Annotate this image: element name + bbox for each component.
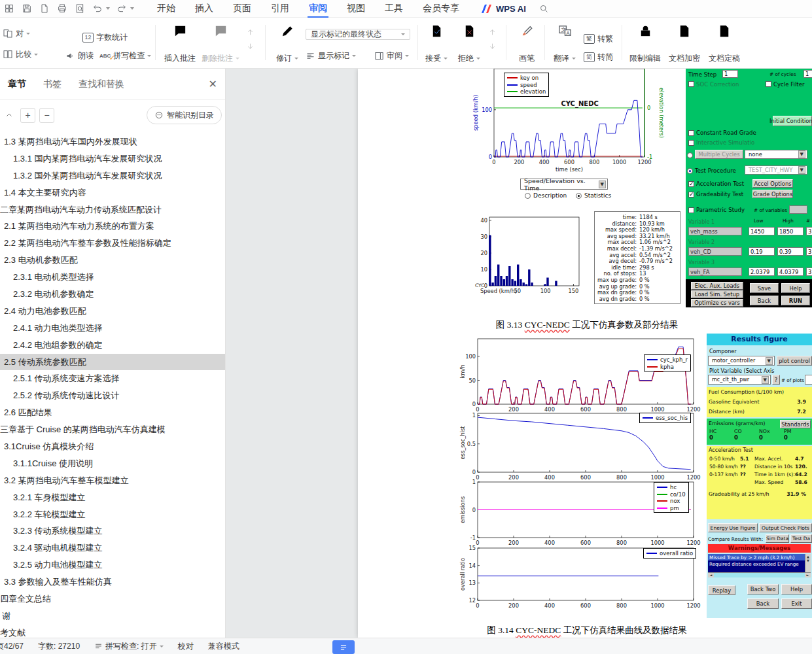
output-check-plots-button[interactable]: Output Check Plots bbox=[759, 523, 812, 532]
toc-item[interactable]: 2.2 某两挡电动汽车整车参数及性能指标确定 bbox=[0, 235, 225, 252]
to-traditional-button[interactable]: 繁 转繁 bbox=[584, 32, 613, 45]
variable-pts-input[interactable]: 3 bbox=[806, 247, 812, 256]
back-two-button[interactable]: Back Two bbox=[747, 584, 779, 594]
track-changes-button[interactable]: 修订 bbox=[272, 24, 302, 64]
toc-item[interactable]: 2.4 动力电池参数匹配 bbox=[0, 303, 225, 320]
menu-tab-插入[interactable]: 插入 bbox=[185, 0, 223, 18]
constant-road-grade-checkbox[interactable] bbox=[688, 130, 694, 136]
description-radio[interactable]: Description bbox=[525, 192, 567, 199]
show-markup-button[interactable]: 显示标记 bbox=[306, 49, 356, 62]
app-menu-button[interactable] bbox=[0, 1, 18, 16]
elec-aux-loads-button[interactable]: Elec. Aux. Loads bbox=[691, 282, 743, 290]
finalize-button[interactable]: 文档定稿 bbox=[705, 24, 743, 64]
collapse-all-button[interactable] bbox=[1, 108, 16, 123]
variable-pts-input[interactable]: 3 bbox=[806, 227, 812, 235]
revision-nav-buttons[interactable] bbox=[488, 28, 497, 50]
compare-doc-button[interactable]: 对 bbox=[3, 27, 30, 40]
sidebar-close-button[interactable]: ✕ bbox=[209, 79, 217, 90]
toc-item[interactable]: 2.5.1 传动系统变速方案选择 bbox=[0, 370, 225, 387]
warning-message[interactable]: Required distance exceeded EV range bbox=[708, 560, 811, 567]
component-dropdown[interactable]: motor_controller▼ bbox=[708, 356, 775, 366]
test-data-button[interactable]: Test Da bbox=[790, 534, 812, 543]
document-page[interactable]: 02004006008001000120001000-1CYC_NEDCtime… bbox=[358, 69, 812, 638]
print-button[interactable] bbox=[53, 1, 71, 16]
wps-ai-button[interactable]: WPS AI bbox=[481, 4, 526, 14]
toc-item[interactable]: 2.1 某两挡电动汽车动力系统的布置方案 bbox=[0, 218, 225, 235]
help-button-results[interactable]: Help bbox=[781, 584, 812, 594]
toc-item[interactable]: 2.3.1 电动机类型选择 bbox=[0, 269, 225, 286]
toc-item[interactable]: 3.2.5 动力电池模型建立 bbox=[0, 557, 225, 574]
statistics-radio[interactable]: Statistics bbox=[576, 192, 611, 199]
spell-check-button[interactable]: ABC✓ 拼写检查 bbox=[99, 49, 151, 62]
statusbar-blue-button[interactable] bbox=[332, 640, 355, 654]
read-aloud-button[interactable]: 朗读 bbox=[65, 49, 94, 62]
num-plots-dropdown[interactable] bbox=[805, 375, 812, 385]
proofread-status[interactable]: 校对 bbox=[178, 641, 194, 652]
variable-field-input[interactable]: veh_FA bbox=[688, 267, 742, 276]
spell-check-status[interactable]: 拼写检查: 打开 bbox=[94, 641, 164, 652]
multiple-cycles-button[interactable]: Multiple Cycles bbox=[695, 150, 743, 159]
plot-variable-dropdown[interactable]: mc_clt_th_pwr▼ bbox=[708, 375, 771, 385]
save-button-advisor[interactable]: Save bbox=[750, 283, 779, 293]
pen-button[interactable]: 画笔 bbox=[512, 24, 542, 64]
smart-toc-button[interactable]: 智能识别目录 bbox=[147, 106, 222, 124]
variable-high-input[interactable]: 0.39 bbox=[777, 247, 803, 256]
delete-comment-button[interactable]: 删除批注 bbox=[202, 24, 239, 64]
reject-button[interactable]: 拒绝 bbox=[454, 24, 484, 64]
output-button[interactable] bbox=[35, 1, 53, 16]
toc-item[interactable]: 1.4 本文主要研究内容 bbox=[0, 184, 225, 201]
sidebar-tab-chapters[interactable]: 章节 bbox=[8, 78, 26, 90]
exit-button[interactable]: Exit bbox=[781, 598, 812, 609]
toc-item[interactable]: 1.3 某两挡电动汽车国内外发展现状 bbox=[0, 133, 225, 150]
run-button[interactable]: RUN bbox=[781, 296, 810, 305]
insert-comment-button[interactable]: 插入批注 bbox=[161, 24, 199, 64]
print-preview-button[interactable] bbox=[71, 1, 88, 16]
toc-item[interactable]: 2.3 电动机参数匹配 bbox=[0, 252, 225, 269]
toc-item[interactable]: 3.2 某两挡电动汽车整车模型建立 bbox=[0, 472, 225, 489]
soc-correction-checkbox[interactable] bbox=[688, 81, 694, 87]
test-procedure-radio[interactable] bbox=[687, 168, 693, 174]
toc-item[interactable]: 2.4.1 动力电池类型选择 bbox=[0, 320, 225, 337]
cycle-filter-checkbox[interactable] bbox=[766, 81, 771, 87]
toc-item[interactable]: 2.6 匹配结果 bbox=[0, 404, 225, 421]
save-button[interactable] bbox=[18, 1, 35, 16]
toc-item[interactable]: 1.3.2 国外某两挡电动汽车发展研究状况 bbox=[0, 167, 225, 184]
zoom-out-button[interactable]: − bbox=[39, 108, 54, 123]
menu-tab-页面[interactable]: 页面 bbox=[223, 0, 261, 18]
word-count-button[interactable]: 12 字数统计 bbox=[82, 31, 128, 44]
undo-dropdown[interactable] bbox=[106, 7, 110, 10]
sidebar-tab-find-replace[interactable]: 查找和替换 bbox=[79, 78, 124, 90]
variable-low-input[interactable]: 1450 bbox=[749, 227, 775, 235]
optimize-cs-vars-button[interactable]: Optimize cs vars bbox=[691, 299, 743, 307]
toc-item[interactable]: 3.2.3 传动系统模型建立 bbox=[0, 523, 225, 540]
variable-low-input[interactable]: 0.19 bbox=[749, 247, 775, 256]
initial-conditions-button[interactable]: Initial Conditions bbox=[773, 116, 812, 126]
redo-dropdown[interactable] bbox=[130, 7, 134, 10]
variable-field-input[interactable]: veh_CD bbox=[688, 247, 742, 256]
redo-button[interactable] bbox=[113, 1, 130, 16]
num-cycles-input[interactable]: 1 bbox=[803, 70, 812, 78]
menu-tab-工具[interactable]: 工具 bbox=[375, 0, 413, 18]
plot-type-dropdown[interactable]: Speed/Elevation vs. Time▼ bbox=[520, 179, 608, 190]
toc-item[interactable]: 3.3 参数输入及整车性能仿真 bbox=[0, 574, 225, 591]
menu-tab-会员专享[interactable]: 会员专享 bbox=[413, 0, 469, 18]
menu-tab-视图[interactable]: 视图 bbox=[337, 0, 375, 18]
variable-pts-input[interactable]: 3 bbox=[806, 267, 812, 276]
toc-item[interactable]: 1.3.1 国内某两挡电动汽车发展研究状况 bbox=[0, 150, 225, 167]
search-button[interactable] bbox=[535, 1, 553, 16]
menu-tab-引用[interactable]: 引用 bbox=[261, 0, 299, 18]
load-sim-setup-button[interactable]: Load Sim. Setup bbox=[691, 290, 743, 298]
sidebar-tab-bookmarks[interactable]: 书签 bbox=[43, 78, 62, 90]
acceleration-test-checkbox[interactable]: ✓ bbox=[688, 181, 694, 187]
variable-high-input[interactable]: 4.0379 bbox=[777, 267, 803, 276]
toc-item[interactable]: 第三章基于 Cruise 的某两挡电动汽车仿真建模 bbox=[0, 421, 225, 438]
to-simplified-button[interactable]: 简 转简 bbox=[584, 50, 613, 63]
standards-button[interactable]: Standards bbox=[780, 420, 811, 428]
toc-item[interactable]: 3.2.2 车轮模型建立 bbox=[0, 506, 225, 523]
messages-horizontal-scrollbar[interactable]: ◄► bbox=[708, 572, 811, 577]
messages-box[interactable]: Missed Trace by > 2 mph (3.2 km/h)Requir… bbox=[708, 554, 811, 577]
help-small-button[interactable]: ? bbox=[772, 375, 780, 385]
warning-message[interactable]: Missed Trace by > 2 mph (3.2 km/h) bbox=[708, 554, 811, 560]
test-procedure-dropdown[interactable]: TEST_CITY_HWY▼ bbox=[745, 165, 807, 175]
multiple-cycles-radio[interactable] bbox=[687, 152, 693, 158]
